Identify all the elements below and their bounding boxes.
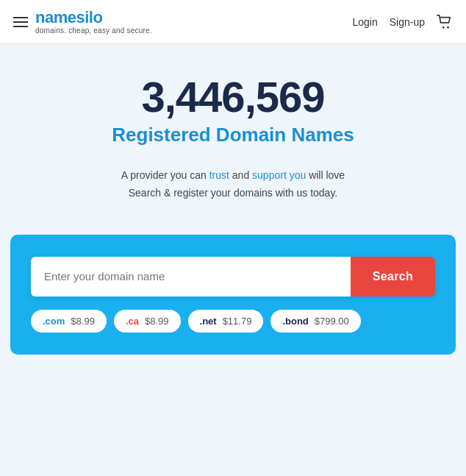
hero-desc-line1: A provider you can trust and support you…: [15, 167, 451, 185]
hero-subtitle: Registered Domain Names: [15, 124, 451, 146]
hero-desc-line2: Search & register your domains with us t…: [15, 185, 451, 202]
search-panel: Search .com $8.99 .ca $8.99 .net $11.79 …: [10, 235, 456, 355]
tld-bond-price: $799.00: [315, 316, 349, 327]
highlight-trust: trust: [209, 169, 229, 181]
logo-name: namesilo: [35, 9, 152, 26]
header-left: namesilo domains. cheap, easy and secure…: [13, 9, 152, 35]
cart-icon[interactable]: [437, 15, 453, 29]
header-nav: Login Sign-up: [352, 15, 453, 29]
site-header: namesilo domains. cheap, easy and secure…: [0, 0, 466, 44]
logo[interactable]: namesilo domains. cheap, easy and secure…: [35, 9, 152, 35]
svg-point-0: [442, 26, 445, 29]
tld-list: .com $8.99 .ca $8.99 .net $11.79 .bond $…: [31, 310, 435, 333]
tld-ca[interactable]: .ca $8.99: [114, 310, 181, 333]
search-button[interactable]: Search: [351, 257, 435, 296]
tld-bond-ext: .bond: [282, 316, 308, 327]
tld-net[interactable]: .net $11.79: [188, 310, 264, 333]
hamburger-menu-icon[interactable]: [13, 17, 28, 27]
svg-point-1: [447, 26, 449, 29]
signup-link[interactable]: Sign-up: [390, 16, 425, 28]
search-input[interactable]: [31, 257, 351, 296]
hero-description: A provider you can trust and support you…: [15, 167, 451, 202]
tld-ca-ext: .ca: [126, 316, 139, 327]
logo-tagline: domains. cheap, easy and secure.: [35, 26, 152, 35]
login-link[interactable]: Login: [352, 16, 377, 28]
tld-com-ext: .com: [43, 316, 65, 327]
tld-ca-price: $8.99: [145, 316, 169, 327]
tld-com[interactable]: .com $8.99: [31, 310, 107, 333]
tld-bond[interactable]: .bond $799.00: [270, 310, 360, 333]
search-row: Search: [31, 257, 435, 296]
highlight-support: support you: [252, 169, 306, 181]
registered-count: 3,446,569: [15, 74, 451, 121]
tld-net-price: $11.79: [223, 316, 252, 327]
tld-net-ext: .net: [200, 316, 217, 327]
tld-com-price: $8.99: [71, 316, 95, 327]
hero-section: 3,446,569 Registered Domain Names A prov…: [0, 44, 466, 216]
